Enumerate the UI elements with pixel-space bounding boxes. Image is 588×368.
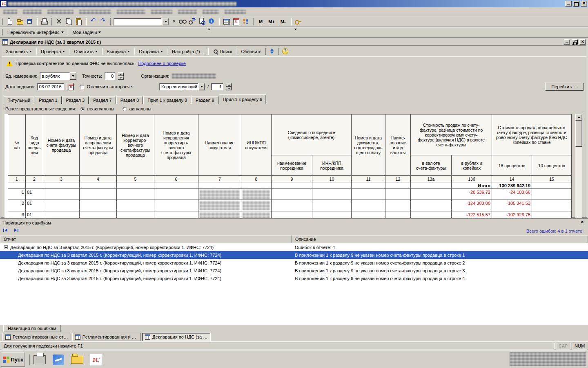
cell-inn[interactable] xyxy=(241,200,272,211)
tab-razdel-9[interactable]: Раздел 9 xyxy=(192,96,218,104)
cell-inn[interactable] xyxy=(241,211,272,219)
switch-interface-button[interactable]: Переключить интерфейс xyxy=(5,28,66,36)
disable-autocalc-checkbox[interactable] xyxy=(80,85,84,89)
cell[interactable] xyxy=(532,189,572,200)
close-button[interactable] xyxy=(581,1,587,7)
fill-button[interactable]: Заполнить xyxy=(3,47,34,56)
error-row[interactable]: Декларация по НДС за 3 квартал 2015 г. (… xyxy=(0,274,588,282)
info-button[interactable] xyxy=(207,17,216,26)
cell[interactable] xyxy=(312,211,352,219)
cell-inn[interactable] xyxy=(241,189,272,200)
cell[interactable] xyxy=(154,200,198,211)
unit-drop-button[interactable] xyxy=(70,72,76,80)
calc-m-plus-button[interactable]: M+ xyxy=(266,18,277,26)
start-button[interactable]: Пуск xyxy=(1,352,25,367)
tab-razdel-3[interactable]: Раздел 3 xyxy=(62,96,89,104)
print-button[interactable] xyxy=(40,17,49,26)
scroll-up-button[interactable] xyxy=(575,114,582,121)
cell[interactable] xyxy=(385,211,411,219)
help-button[interactable] xyxy=(281,47,290,56)
quicklaunch-messenger[interactable] xyxy=(51,352,66,367)
search-button[interactable]: Поиск xyxy=(210,47,234,56)
error-panel-close-button[interactable] xyxy=(579,220,586,225)
tab-razdel-7[interactable]: Раздел 7 xyxy=(89,96,116,104)
goto-button[interactable]: Перейти к ... xyxy=(545,83,584,91)
menu-item-redacted[interactable] xyxy=(117,10,145,14)
cell[interactable] xyxy=(43,200,80,211)
error-row-selected[interactable]: Декларация по НДС за 3 квартал 2015 г. (… xyxy=(0,251,588,259)
cell-op-code[interactable]: 01 xyxy=(26,189,43,200)
redo-button[interactable] xyxy=(99,17,108,26)
calendar-button[interactable] xyxy=(232,17,241,26)
collapse-icon[interactable] xyxy=(4,245,8,249)
cell[interactable] xyxy=(352,211,385,219)
cell-sum-18[interactable]: -105 341,53 xyxy=(492,200,532,211)
cell[interactable] xyxy=(411,189,452,200)
tab-titulny[interactable]: Титульный xyxy=(4,96,34,104)
previous-error-button[interactable] xyxy=(2,227,11,236)
cell[interactable] xyxy=(272,189,312,200)
cell-sum-rub[interactable]: -122 515,57 xyxy=(452,211,492,219)
radio-aktualny[interactable] xyxy=(122,107,127,111)
tab-pril1-razdel-9[interactable]: Прил.1 к разделу 9 xyxy=(219,94,267,104)
scroll-thumb[interactable] xyxy=(575,121,582,147)
cell[interactable] xyxy=(385,200,411,211)
calc-m-minus-button[interactable]: M- xyxy=(278,18,288,26)
window-button-reglamented-fin[interactable]: Регламентированная и фин... xyxy=(72,333,141,341)
toolbar-grip[interactable] xyxy=(2,29,3,36)
find-in-document-button[interactable] xyxy=(198,17,207,26)
quicklaunch-1c[interactable] xyxy=(88,352,104,367)
correction-number-spinner[interactable] xyxy=(226,83,232,90)
cell[interactable] xyxy=(154,211,198,219)
report-minimize-button[interactable] xyxy=(564,39,570,45)
spin-up-button[interactable] xyxy=(118,72,124,76)
quicklaunch-folder[interactable] xyxy=(69,352,85,367)
column-header-report[interactable]: Отчет xyxy=(0,236,292,243)
unload-button[interactable]: Выгрузка xyxy=(104,47,132,56)
table-vertical-scrollbar[interactable] xyxy=(575,114,582,218)
spin-down-button[interactable] xyxy=(226,87,232,90)
clear-search-button[interactable] xyxy=(170,17,177,26)
table-button[interactable] xyxy=(222,17,231,26)
column-header-description[interactable]: Описание xyxy=(292,236,588,243)
tab-razdel-1[interactable]: Раздел 1 xyxy=(35,96,62,104)
undo-button[interactable] xyxy=(89,17,98,26)
radio-neaktualny[interactable] xyxy=(80,107,85,111)
toolbar-grip[interactable] xyxy=(2,18,3,25)
cell[interactable] xyxy=(352,200,385,211)
cell[interactable] xyxy=(411,211,452,219)
sign-date-field[interactable] xyxy=(37,83,64,90)
open-button[interactable] xyxy=(16,17,24,26)
spin-up-button[interactable] xyxy=(226,83,232,87)
warning-details-link[interactable]: Подробнее о проверке xyxy=(138,61,185,66)
send-button[interactable]: Отправка xyxy=(136,47,165,56)
cell[interactable] xyxy=(117,211,154,219)
cell[interactable] xyxy=(312,200,352,211)
menu-item-redacted[interactable] xyxy=(151,10,172,14)
menu-item-redacted[interactable] xyxy=(3,10,17,14)
cell[interactable] xyxy=(352,189,385,200)
correction-type-select[interactable]: Корректирующий xyxy=(159,83,205,90)
search-combobox-input[interactable] xyxy=(114,18,162,25)
cell[interactable] xyxy=(154,189,198,200)
error-row[interactable]: Декларация по НДС за 3 квартал 2015 г. (… xyxy=(0,259,588,267)
cell[interactable] xyxy=(43,211,80,219)
menu-item-redacted[interactable] xyxy=(178,10,197,14)
save-button[interactable] xyxy=(25,17,34,26)
cell-buyer[interactable] xyxy=(198,200,241,211)
quicklaunch-printer[interactable] xyxy=(32,352,47,367)
refresh-button[interactable]: Обновить xyxy=(238,47,264,56)
cell-op-code[interactable]: 01 xyxy=(26,211,43,219)
error-row[interactable]: Декларация по НДС за 3 квартал 2015 г. (… xyxy=(0,267,588,274)
tab-razdel-8[interactable]: Раздел 8 xyxy=(116,96,143,104)
exchange-button[interactable] xyxy=(268,47,277,56)
cell[interactable] xyxy=(411,200,452,211)
new-document-button[interactable] xyxy=(6,17,15,26)
spin-down-button[interactable] xyxy=(118,76,124,80)
cell[interactable] xyxy=(312,189,352,200)
cell[interactable] xyxy=(80,200,117,211)
cell-buyer[interactable] xyxy=(198,189,241,200)
calc-m-button[interactable]: M xyxy=(256,18,265,26)
cut-button[interactable] xyxy=(55,17,64,26)
paste-button[interactable] xyxy=(74,17,83,26)
